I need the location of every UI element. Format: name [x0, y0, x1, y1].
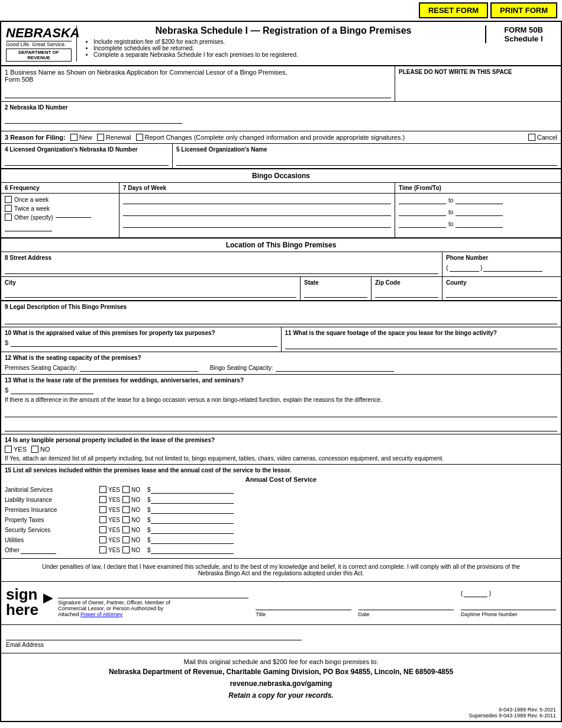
other-label: Other (specify) [14, 214, 53, 221]
field9-label: 9 Legal Description of This Bingo Premis… [5, 304, 557, 310]
state-label: State [304, 279, 367, 286]
county-label: County [446, 279, 557, 286]
twice-week-checkbox[interactable] [5, 205, 12, 212]
doc-footer-1: 9-043-1988 Rev. 5-2021 [469, 707, 556, 713]
other-checkbox[interactable] [5, 214, 12, 221]
liability-label: Liability Insurance [5, 497, 99, 503]
other-no-label: NO [131, 547, 140, 553]
header-bullets: Include registration fee of $200 for eac… [82, 38, 485, 58]
field15-label: 15 List all services included within the… [5, 467, 557, 473]
mail-line1: Mail this original schedule and $200 fee… [6, 658, 556, 665]
sign-here-1: sign [6, 587, 38, 602]
janitorial-no-label: NO [131, 487, 140, 493]
property-tax-yes-checkbox[interactable] [99, 516, 106, 523]
other-service-label: Other [5, 547, 20, 553]
no-checkbox[interactable] [31, 446, 38, 453]
bingo-occasions-header: Bingo Occasions [1, 169, 561, 183]
sign-arrow: ▶ [43, 590, 53, 605]
poa-link[interactable]: Power of Attorney [80, 611, 122, 617]
security-no-label: NO [131, 527, 140, 533]
annual-cost-header: Annual Cost of Service [5, 476, 557, 483]
field6-label: 6 Frequency [1, 183, 119, 193]
service-row-utilities: Utilities YES NO $ [5, 536, 557, 544]
print-button[interactable]: PRINT FORM [490, 2, 557, 18]
sig-label-3: Attached [58, 611, 79, 617]
mail-line2: Nebraska Department of Revenue, Charitab… [6, 668, 556, 676]
other-yes-checkbox[interactable] [99, 546, 106, 553]
service-row-liability: Liability Insurance YES NO $ [5, 495, 557, 504]
utilities-no-checkbox[interactable] [122, 536, 130, 543]
premises-ins-yes-checkbox[interactable] [99, 506, 106, 513]
service-row-janitorial: Janitorial Services YES NO $ [5, 485, 557, 494]
email-label: Email Address [6, 642, 556, 648]
janitorial-yes-checkbox[interactable] [99, 486, 106, 493]
form-title: Nebraska Schedule I — Registration of a … [82, 25, 485, 36]
phone-label: Phone Number [446, 255, 557, 261]
utilities-yes-checkbox[interactable] [99, 536, 106, 543]
property-tax-yes-label: YES [108, 517, 120, 523]
field7-time: Time (From/To) [395, 183, 561, 193]
bullet-1: Include registration fee of $200 for eac… [93, 38, 485, 45]
reset-button[interactable]: RESET FORM [419, 2, 488, 18]
security-label: Security Services [5, 527, 99, 533]
new-checkbox[interactable] [70, 134, 77, 141]
to3-label: to [448, 221, 453, 227]
daytime-paren2: ) [489, 590, 491, 597]
property-tax-no-label: NO [131, 517, 140, 523]
nebraska-logo: NEBRASKA [6, 25, 72, 41]
cancel-label: Cancel [537, 134, 557, 141]
premises-seating-label: Premises Seating Capacity: [5, 365, 77, 371]
field14-explain: If Yes, attach an itemized list of all p… [5, 455, 557, 462]
renewal-checkbox[interactable] [97, 134, 104, 141]
title-label: Title [256, 611, 351, 617]
liability-no-checkbox[interactable] [122, 496, 130, 503]
janitorial-no-checkbox[interactable] [122, 486, 130, 493]
retain-label: Retain a copy for your records. [6, 691, 556, 700]
premises-ins-no-checkbox[interactable] [122, 506, 130, 513]
schedule-label: Schedule I [491, 34, 556, 43]
report-checkbox[interactable] [136, 134, 143, 141]
other-yes-label: YES [108, 547, 120, 553]
other-no-checkbox[interactable] [122, 546, 130, 553]
new-label: New [79, 134, 92, 141]
dept-label: DEPARTMENT OF REVENUE [6, 49, 72, 62]
utilities-yes-label: YES [108, 537, 120, 543]
city-label: City [5, 279, 296, 286]
form-number: FORM 50B [491, 25, 556, 34]
liability-yes-checkbox[interactable] [99, 496, 106, 503]
phone-paren1: ( [446, 264, 448, 271]
sign-here-2: here [6, 602, 38, 617]
url-label: revenue.nebraska.gov/gaming [6, 679, 556, 688]
date-label: Date [358, 611, 454, 617]
phone-paren2: ) [480, 264, 483, 271]
once-week-checkbox[interactable] [5, 196, 12, 203]
property-tax-label: Property Taxes [5, 517, 99, 523]
liability-yes-label: YES [108, 497, 120, 503]
utilities-no-label: NO [131, 537, 140, 543]
field13-dollar: $ [5, 386, 8, 394]
field2-label: 2 Nebraska ID Number [5, 104, 557, 111]
renewal-label: Renewal [106, 134, 131, 141]
sig-label-1: Signature of Owner, Partner, Officer, Me… [58, 600, 170, 605]
security-no-checkbox[interactable] [122, 526, 130, 533]
sig-label-2: Commercial Lessor, or Person Authorized … [58, 605, 163, 611]
tagline: Good Life. Great Service. [6, 41, 72, 47]
field10-label: 10 What is the appraised value of this p… [5, 330, 277, 336]
cancel-checkbox[interactable] [528, 134, 535, 141]
bingo-seating-label: Bingo Seating Capacity: [210, 365, 273, 371]
field1-label: 1 Business Name as Shown on Nebraska App… [5, 69, 288, 76]
daytime-paren1: ( [461, 590, 463, 597]
service-row-property: Property Taxes YES NO $ [5, 516, 557, 524]
zip-label: Zip Code [375, 279, 438, 286]
property-tax-no-checkbox[interactable] [122, 516, 130, 523]
security-yes-checkbox[interactable] [99, 526, 106, 533]
once-week-label: Once a week [14, 197, 49, 203]
field13-explain: If there is a difference in the amount o… [5, 397, 557, 403]
janitorial-yes-label: YES [108, 487, 120, 493]
yes-checkbox[interactable] [5, 446, 12, 453]
bullet-2: Incomplete schedules will be returned. [93, 45, 485, 51]
field4-label: 4 Licensed Organization's Nebraska ID Nu… [5, 146, 169, 153]
bullet-3: Complete a separate Nebraska Schedule I … [93, 51, 485, 58]
liability-no-label: NO [131, 497, 140, 503]
field11-label: 11 What is the square footage of the spa… [285, 330, 558, 336]
